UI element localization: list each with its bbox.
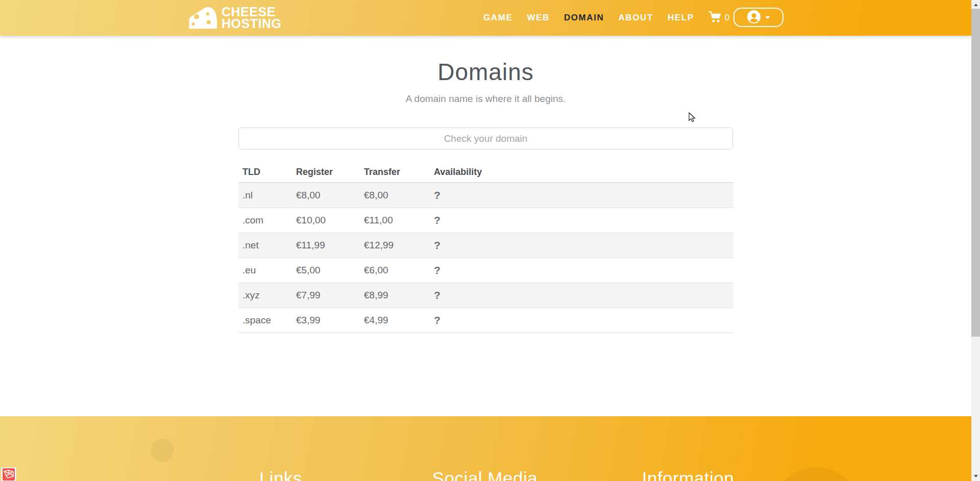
register-cell: €11,99	[292, 233, 360, 258]
availability-status: ?	[430, 183, 733, 208]
availability-status: ?	[430, 308, 733, 333]
register-cell: €8,00	[292, 183, 360, 208]
laravel-logo-icon	[3, 468, 15, 480]
register-cell: €3,99	[292, 308, 360, 333]
cart-link[interactable]: 0	[701, 11, 737, 26]
tld-cell: .space	[238, 308, 292, 333]
footer-heading-links: Links	[259, 468, 302, 481]
page-footer: Links Social Media Information	[0, 416, 971, 481]
cheese-wedge-icon	[186, 5, 218, 31]
page-subtitle: A domain name is where it all begins.	[0, 93, 971, 105]
brand-line2: HOSTING	[222, 18, 281, 30]
table-row: .xyz €7,99 €8,99 ?	[238, 283, 733, 308]
transfer-cell: €6,00	[360, 258, 430, 283]
scrollbar-thumb[interactable]	[971, 9, 980, 337]
col-header-register: Register	[292, 162, 360, 183]
footer-decor-circle	[151, 439, 174, 462]
register-cell: €5,00	[292, 258, 360, 283]
brand-text: CHEESE HOSTING	[222, 6, 281, 30]
transfer-cell: €8,99	[360, 283, 430, 308]
table-row: .eu €5,00 €6,00 ?	[238, 258, 733, 283]
availability-status: ?	[430, 233, 733, 258]
nav-item-help[interactable]: HELP	[660, 13, 701, 23]
scroll-down-arrow-icon	[974, 475, 978, 479]
main-nav: GAME WEB DOMAIN ABOUT HELP 0	[476, 0, 737, 36]
footer-decor-circle	[772, 467, 861, 481]
table-row: .com €10,00 €11,00 ?	[238, 208, 733, 233]
tld-cell: .net	[238, 233, 292, 258]
col-header-transfer: Transfer	[360, 162, 430, 183]
scroll-up-button[interactable]	[971, 0, 980, 9]
domain-search-input[interactable]	[238, 128, 733, 149]
tld-pricing-table: TLD Register Transfer Availability .nl €…	[238, 162, 733, 333]
shopping-cart-icon	[708, 11, 722, 26]
cart-count: 0	[725, 13, 729, 23]
availability-status: ?	[430, 283, 733, 308]
col-header-tld: TLD	[238, 162, 292, 183]
availability-status: ?	[430, 208, 733, 233]
tld-cell: .xyz	[238, 283, 292, 308]
transfer-cell: €8,00	[360, 183, 430, 208]
account-menu-button[interactable]	[733, 8, 783, 27]
brand-logo[interactable]: CHEESE HOSTING	[186, 5, 281, 31]
page: CHEESE HOSTING GAME WEB DOMAIN ABOUT HEL…	[0, 0, 980, 481]
scroll-up-arrow-icon	[974, 2, 978, 6]
scroll-down-button[interactable]	[971, 472, 980, 481]
transfer-cell: €12,99	[360, 233, 430, 258]
vertical-scrollbar[interactable]	[971, 0, 980, 481]
table-row: .space €3,99 €4,99 ?	[238, 308, 733, 333]
tld-cell: .nl	[238, 183, 292, 208]
footer-heading-information: Information	[642, 468, 734, 481]
page-title: Domains	[0, 58, 971, 86]
table-header-row: TLD Register Transfer Availability	[238, 162, 733, 183]
user-icon	[747, 10, 761, 25]
nav-item-game[interactable]: GAME	[476, 13, 520, 23]
table-row: .nl €8,00 €8,00 ?	[238, 183, 733, 208]
tld-cell: .com	[238, 208, 292, 233]
top-navbar: CHEESE HOSTING GAME WEB DOMAIN ABOUT HEL…	[0, 0, 971, 36]
nav-item-domain[interactable]: DOMAIN	[557, 13, 611, 23]
nav-item-web[interactable]: WEB	[520, 13, 556, 23]
col-header-availability: Availability	[430, 162, 733, 183]
transfer-cell: €4,99	[360, 308, 430, 333]
mouse-cursor	[688, 112, 698, 123]
register-cell: €7,99	[292, 283, 360, 308]
tld-cell: .eu	[238, 258, 292, 283]
footer-heading-social-media: Social Media	[432, 468, 537, 481]
laravel-badge	[1, 467, 16, 481]
caret-down-icon	[765, 16, 770, 21]
register-cell: €10,00	[292, 208, 360, 233]
availability-status: ?	[430, 258, 733, 283]
nav-item-about[interactable]: ABOUT	[611, 13, 660, 23]
table-row: .net €11,99 €12,99 ?	[238, 233, 733, 258]
transfer-cell: €11,00	[360, 208, 430, 233]
